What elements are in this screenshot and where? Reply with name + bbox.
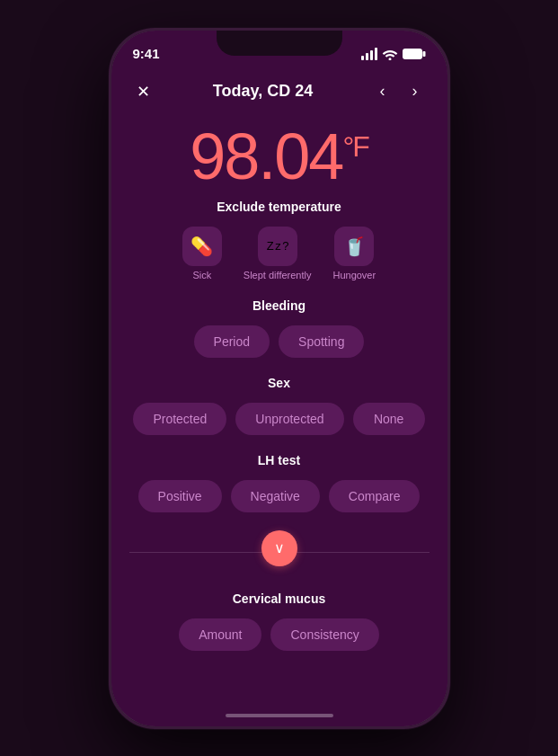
cervical-section-label: Cervical mucus — [111, 584, 447, 615]
sex-options-row: Protected Unprotected None — [111, 399, 447, 446]
slept-differently-icon: Z z ? — [258, 227, 297, 266]
period-button[interactable]: Period — [194, 325, 270, 358]
phone-container: 9:41 — [0, 0, 558, 756]
lh-options-row: Positive Negative Compare — [111, 476, 447, 523]
temperature-unit: °F — [342, 130, 368, 163]
negative-button[interactable]: Negative — [231, 480, 320, 512]
unprotected-button[interactable]: Unprotected — [235, 403, 343, 435]
header-nav: ‹ › — [368, 77, 429, 106]
exclude-section-label: Exclude temperature — [111, 192, 447, 223]
amount-button[interactable]: Amount — [179, 618, 261, 651]
spotting-button[interactable]: Spotting — [279, 325, 364, 358]
positive-button[interactable]: Positive — [138, 480, 222, 512]
signal-icon — [361, 48, 377, 60]
status-icons — [361, 48, 426, 60]
svg-rect-0 — [403, 49, 422, 59]
hungover-label: Hungover — [332, 270, 376, 280]
bleeding-section-label: Bleeding — [111, 291, 447, 322]
battery-icon — [403, 48, 426, 60]
exclude-hungover[interactable]: 🥤 Hungover — [332, 227, 376, 280]
home-bar — [226, 714, 333, 717]
next-day-button[interactable]: › — [400, 77, 429, 106]
scroll-down-button[interactable]: ∨ — [261, 530, 297, 566]
bleeding-section: Bleeding Period Spotting — [111, 291, 447, 369]
exclude-sick[interactable]: 💊 Sick — [182, 227, 222, 280]
sex-section-label: Sex — [111, 369, 447, 399]
compare-button[interactable]: Compare — [329, 480, 421, 512]
prev-day-button[interactable]: ‹ — [368, 77, 396, 106]
app-header: ✕ Today, CD 24 ‹ › — [111, 70, 447, 117]
temperature-value: 98.04°F — [190, 120, 368, 192]
wifi-icon — [382, 48, 398, 60]
close-button[interactable]: ✕ — [129, 77, 158, 106]
lh-section-label: LH test — [111, 446, 447, 476]
bleeding-options-row: Period Spotting — [111, 322, 447, 369]
temperature-display: 98.04°F — [111, 117, 447, 192]
sick-label: Sick — [192, 270, 211, 280]
svg-rect-1 — [422, 51, 425, 57]
none-button[interactable]: None — [353, 403, 425, 435]
home-indicator — [111, 705, 447, 726]
hungover-icon: 🥤 — [334, 227, 374, 266]
phone-notch — [217, 31, 342, 56]
exclude-slept-differently[interactable]: Z z ? Slept differently — [244, 227, 312, 280]
slept-differently-label: Slept differently — [244, 270, 312, 280]
page-title: Today, CD 24 — [213, 82, 313, 101]
exclude-options-row: 💊 Sick Z z ? Slept differently 🥤 Hungove… — [111, 223, 447, 291]
phone-frame: 9:41 — [109, 28, 450, 729]
cervical-section: Cervical mucus Amount Consistency — [111, 581, 447, 672]
status-time: 9:41 — [133, 46, 160, 61]
sex-section: Sex Protected Unprotected None — [111, 369, 447, 446]
phone-screen: 9:41 — [111, 31, 447, 726]
lh-section: LH test Positive Negative Compare — [111, 446, 447, 523]
sick-icon: 💊 — [182, 227, 222, 266]
consistency-button[interactable]: Consistency — [270, 618, 378, 651]
chevron-down-icon: ∨ — [274, 541, 285, 556]
exclude-section: Exclude temperature 💊 Sick Z z ? Slept d… — [111, 192, 447, 291]
scroll-section: ∨ — [111, 523, 447, 581]
protected-button[interactable]: Protected — [133, 403, 226, 435]
cervical-options-row: Amount Consistency — [111, 615, 447, 662]
